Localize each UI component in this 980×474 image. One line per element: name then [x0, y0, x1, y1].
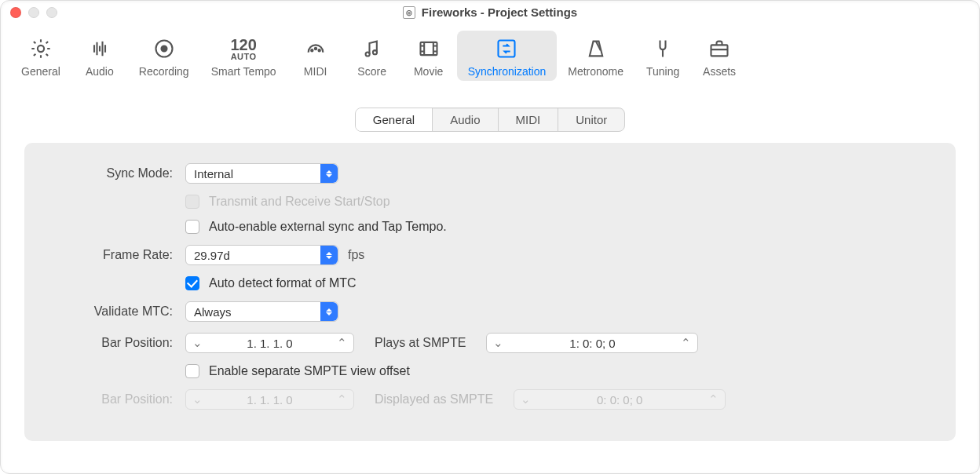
bar-position-stepper[interactable]: ⌄ 1. 1. 1. 0 ⌃ — [185, 333, 354, 353]
toolbar-tuning[interactable]: Tuning — [634, 31, 691, 81]
auto-detect-checkbox[interactable] — [185, 276, 199, 290]
record-icon — [153, 35, 175, 62]
svg-point-6 — [365, 52, 369, 56]
svg-point-5 — [318, 49, 320, 51]
film-icon — [418, 35, 440, 62]
toolbar-audio[interactable]: Audio — [71, 31, 128, 81]
sync-mode-select[interactable]: Internal — [185, 163, 338, 184]
dropdown-arrows-icon — [320, 246, 338, 264]
app-icon: ◎ — [403, 6, 415, 19]
gear-icon — [30, 35, 52, 62]
displayed-as-smpte-label: Displayed as SMPTE — [364, 392, 504, 407]
svg-rect-10 — [711, 45, 728, 56]
subtab-midi[interactable]: MIDI — [498, 108, 558, 131]
toolbar-smart-tempo[interactable]: 120 AUTO Smart Tempo — [200, 31, 287, 81]
chevron-up-icon: ⌃ — [337, 392, 347, 407]
minimize-window-button[interactable] — [28, 7, 39, 18]
window-title: ◎ Fireworks - Project Settings — [403, 5, 577, 19]
chevron-up-icon: ⌃ — [337, 336, 347, 350]
chevron-up-icon: ⌃ — [681, 336, 691, 350]
briefcase-icon — [708, 35, 730, 62]
row-enable-offset: Enable separate SMPTE view offset — [56, 364, 924, 378]
toolbar-label: Tuning — [646, 65, 679, 78]
svg-point-4 — [314, 48, 316, 49]
dropdown-arrows-icon — [320, 302, 338, 321]
frame-rate-select[interactable]: 29.97d — [185, 245, 338, 265]
svg-rect-8 — [420, 42, 437, 55]
window-title-text: Fireworks - Project Settings — [422, 5, 577, 19]
toolbar-recording[interactable]: Recording — [128, 31, 200, 81]
toolbar-label: Metronome — [568, 65, 623, 78]
toolbar-synchronization[interactable]: Synchronization — [457, 31, 558, 81]
row-frame-rate: Frame Rate: 29.97d fps — [56, 245, 924, 265]
frame-rate-value: 29.97d — [194, 249, 230, 262]
chevron-down-icon: ⌄ — [192, 392, 203, 407]
subtab-general[interactable]: General — [356, 108, 432, 131]
toolbar-metronome[interactable]: Metronome — [557, 31, 634, 81]
plays-at-smpte-label: Plays at SMPTE — [364, 336, 477, 350]
svg-point-0 — [38, 46, 44, 52]
toolbar-label: Recording — [139, 65, 189, 78]
toolbar-score[interactable]: Score — [344, 31, 400, 81]
settings-pane: Sync Mode: Internal Transmit and Receive… — [24, 143, 956, 441]
waveform-icon — [89, 35, 111, 62]
close-window-button[interactable] — [10, 7, 21, 18]
toolbar-label: Assets — [703, 65, 736, 78]
score-icon — [361, 35, 383, 62]
chevron-down-icon: ⌄ — [493, 336, 503, 350]
bar-position-value: 1. 1. 1. 0 — [203, 393, 337, 407]
toolbar-label: MIDI — [304, 65, 327, 78]
enable-offset-checkbox[interactable] — [185, 364, 199, 378]
toolbar-label: General — [21, 65, 60, 78]
sync-mode-label: Sync Mode: — [56, 166, 185, 180]
frame-rate-suffix: fps — [348, 248, 364, 262]
enable-offset-label: Enable separate SMPTE view offset — [209, 364, 410, 378]
transmit-label: Transmit and Receive Start/Stop — [209, 195, 390, 209]
svg-point-7 — [373, 50, 377, 54]
svg-point-3 — [311, 49, 313, 51]
row-validate-mtc: Validate MTC: Always — [56, 301, 924, 322]
metronome-icon — [585, 35, 607, 62]
chevron-down-icon: ⌄ — [521, 392, 531, 407]
auto-enable-checkbox[interactable] — [185, 220, 199, 234]
subtab-audio[interactable]: Audio — [432, 108, 497, 131]
titlebar: ◎ Fireworks - Project Settings — [1, 1, 979, 24]
smpte-stepper-disabled: ⌄ 0: 0: 0; 0 ⌃ — [514, 389, 726, 410]
chevron-down-icon: ⌄ — [192, 336, 203, 350]
sub-tabs: General Audio MIDI Unitor — [355, 108, 625, 132]
sync-mode-value: Internal — [194, 167, 233, 180]
subtab-unitor[interactable]: Unitor — [558, 108, 624, 131]
bar-position-label: Bar Position: — [56, 336, 185, 350]
row-auto-detect: Auto detect format of MTC — [56, 276, 924, 290]
midi-icon — [305, 35, 327, 62]
svg-point-2 — [161, 46, 166, 52]
smpte-stepper[interactable]: ⌄ 1: 0: 0; 0 ⌃ — [486, 333, 698, 353]
smpte-value: 0: 0: 0; 0 — [531, 393, 708, 407]
validate-mtc-select[interactable]: Always — [185, 301, 338, 322]
toolbar-label: Synchronization — [468, 65, 547, 78]
window-controls — [10, 7, 57, 18]
toolbar-midi[interactable]: MIDI — [287, 31, 344, 81]
row-bar-position-1: Bar Position: ⌄ 1. 1. 1. 0 ⌃ Plays at SM… — [56, 333, 924, 353]
auto-enable-label: Auto-enable external sync and Tap Tempo. — [209, 220, 447, 234]
frame-rate-label: Frame Rate: — [56, 248, 185, 262]
smart-tempo-icon: 120 AUTO — [230, 35, 256, 62]
zoom-window-button[interactable] — [46, 7, 57, 18]
svg-rect-9 — [499, 41, 515, 57]
validate-mtc-value: Always — [194, 305, 232, 319]
transmit-checkbox — [185, 195, 199, 209]
toolbar-label: Audio — [86, 65, 114, 78]
content-area: General Audio MIDI Unitor Sync Mode: Int… — [1, 84, 979, 457]
bar-position-value: 1. 1. 1. 0 — [203, 337, 337, 350]
auto-detect-label: Auto detect format of MTC — [209, 276, 357, 290]
project-settings-window: ◎ Fireworks - Project Settings General A… — [0, 0, 980, 474]
toolbar-movie[interactable]: Movie — [400, 31, 457, 81]
toolbar-label: Score — [357, 65, 386, 78]
row-sync-mode: Sync Mode: Internal — [56, 163, 924, 184]
sync-icon — [495, 35, 517, 62]
toolbar-general[interactable]: General — [10, 31, 71, 81]
chevron-up-icon: ⌃ — [708, 392, 719, 407]
row-auto-enable: Auto-enable external sync and Tap Tempo. — [56, 220, 924, 234]
bar-position-stepper-disabled: ⌄ 1. 1. 1. 0 ⌃ — [185, 389, 354, 410]
toolbar-assets[interactable]: Assets — [691, 31, 748, 81]
